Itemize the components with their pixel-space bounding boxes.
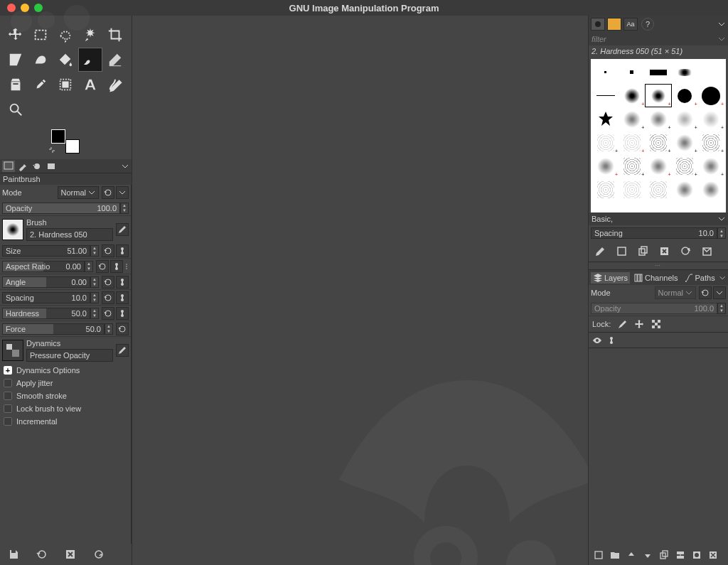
brush-item[interactable]: + — [698, 107, 724, 131]
brush-item[interactable] — [619, 60, 645, 84]
brushes-filter-input[interactable]: filter — [589, 33, 728, 45]
paths-tab[interactable]: Paths — [682, 272, 717, 284]
aspect-link-button[interactable] — [110, 260, 123, 273]
incremental-checkbox[interactable]: Incremental — [0, 415, 131, 428]
brush-thumbnail[interactable] — [2, 219, 23, 240]
paintbrush-tool[interactable] — [78, 48, 102, 72]
angle-slider[interactable]: Angle 0.00 — [2, 276, 90, 288]
size-slider[interactable]: Size 51.00 — [2, 245, 90, 257]
brush-item[interactable]: + — [698, 131, 724, 154]
size-spinner[interactable]: ▲▼ — [90, 245, 99, 257]
hardness-slider[interactable]: Hardness 50.0 — [2, 308, 90, 319]
mode-menu-button[interactable] — [116, 186, 129, 199]
force-spinner[interactable]: ▲▼ — [105, 323, 113, 335]
spacing-spinner[interactable]: ▲▼ — [90, 292, 99, 303]
layer-mode-reset-button[interactable] — [699, 286, 712, 299]
force-reset-button[interactable] — [116, 323, 129, 335]
size-link-button[interactable] — [116, 244, 129, 257]
duplicate-brush-button[interactable] — [636, 244, 650, 259]
brush-item[interactable] — [645, 60, 671, 84]
dynamics-edit-button[interactable] — [116, 344, 129, 357]
background-color-swatch[interactable] — [65, 139, 80, 154]
crop-tool[interactable] — [103, 23, 127, 47]
reset-tool-options-button[interactable] — [91, 547, 107, 562]
brush-item-selected[interactable]: + — [645, 84, 671, 107]
text-tool[interactable] — [78, 72, 102, 97]
layer-mode-select[interactable]: Normal — [655, 286, 696, 299]
raise-layer-button[interactable] — [624, 548, 638, 562]
save-preset-button[interactable] — [6, 547, 21, 562]
images-tab[interactable] — [45, 161, 58, 172]
dock-menu-icon[interactable] — [717, 20, 726, 28]
edit-brush-button[interactable] — [593, 244, 607, 259]
lock-alpha-button[interactable] — [651, 318, 662, 330]
swap-colors-icon[interactable] — [48, 146, 55, 154]
open-as-image-button[interactable] — [700, 244, 714, 259]
restore-preset-button[interactable] — [34, 547, 50, 562]
delete-brush-button[interactable] — [657, 244, 671, 259]
brush-item[interactable]: + — [619, 131, 645, 154]
spacing-reset-button[interactable] — [102, 291, 114, 304]
device-status-tab[interactable] — [16, 161, 29, 172]
dock-menu-icon[interactable] — [719, 274, 726, 282]
aspect-spinner[interactable]: ▲▼ — [85, 261, 93, 272]
new-layer-button[interactable] — [592, 548, 606, 562]
opacity-spinner[interactable]: ▲▼ — [120, 203, 129, 214]
hardness-link-button[interactable] — [116, 307, 129, 320]
brush-category-select[interactable]: Basic, — [589, 212, 728, 225]
channels-tab[interactable]: Channels — [631, 272, 680, 284]
panel-divider[interactable]: ⋯ — [589, 262, 728, 269]
eraser-tool[interactable] — [103, 48, 127, 72]
lock-position-button[interactable] — [633, 318, 645, 330]
brush-item[interactable] — [592, 107, 619, 131]
spacing-link-button[interactable] — [116, 291, 129, 304]
layers-tab[interactable]: Layers — [591, 272, 630, 284]
brush-item[interactable]: + — [672, 107, 698, 131]
dock-menu-icon[interactable] — [121, 162, 129, 171]
apply-jitter-checkbox[interactable]: Apply jitter — [0, 377, 131, 389]
lock-pixels-button[interactable] — [616, 318, 628, 330]
brushes-tab[interactable] — [591, 18, 605, 31]
layer-list[interactable] — [589, 348, 728, 545]
unified-transform-tool[interactable] — [4, 48, 28, 72]
mode-reset-button[interactable] — [102, 186, 114, 199]
delete-layer-button[interactable] — [706, 548, 720, 562]
brush-item[interactable] — [619, 178, 645, 201]
brush-spacing-slider[interactable]: Spacing 10.0 — [591, 227, 717, 239]
foreground-color-swatch[interactable] — [51, 129, 65, 144]
brush-spacing-spinner[interactable]: ▲▼ — [717, 227, 726, 239]
brush-item[interactable] — [672, 178, 698, 201]
zoom-tool[interactable] — [4, 97, 28, 122]
brush-item[interactable] — [698, 60, 724, 84]
size-reset-button[interactable] — [102, 244, 114, 257]
bucket-fill-tool[interactable] — [53, 48, 77, 72]
lower-layer-button[interactable] — [641, 548, 655, 562]
dynamics-options-expander[interactable]: + Dynamics Options — [0, 364, 131, 377]
brush-item[interactable]: + — [592, 154, 619, 178]
refresh-brushes-button[interactable] — [678, 244, 692, 259]
brush-item[interactable]: + — [619, 107, 645, 131]
new-brush-button[interactable] — [614, 244, 628, 259]
brush-name-field[interactable]: 2. Hardness 050 — [26, 228, 113, 241]
hardness-spinner[interactable]: ▲▼ — [90, 308, 99, 319]
hardness-reset-button[interactable] — [102, 307, 114, 320]
force-slider[interactable]: Force 50.0 — [2, 323, 105, 335]
brush-item[interactable] — [592, 60, 619, 84]
canvas-area[interactable] — [132, 16, 588, 565]
duplicate-layer-button[interactable] — [657, 548, 671, 562]
delete-preset-button[interactable] — [63, 547, 78, 562]
path-tool[interactable] — [103, 72, 127, 97]
brush-item[interactable]: + — [672, 84, 698, 107]
smudge-tool[interactable] — [53, 72, 77, 97]
tool-options-tab[interactable] — [2, 161, 15, 172]
undo-history-tab[interactable] — [31, 161, 43, 172]
clone-tool[interactable] — [4, 72, 28, 97]
brush-item[interactable]: + — [698, 154, 724, 178]
brush-item[interactable]: + — [672, 154, 698, 178]
lock-brush-checkbox[interactable]: Lock brush to view — [0, 402, 131, 415]
brush-item[interactable]: + — [619, 84, 645, 107]
brush-item[interactable]: + — [698, 84, 724, 107]
dynamics-thumbnail[interactable] — [2, 340, 23, 361]
angle-link-button[interactable] — [116, 276, 129, 289]
brush-item[interactable] — [645, 178, 671, 201]
